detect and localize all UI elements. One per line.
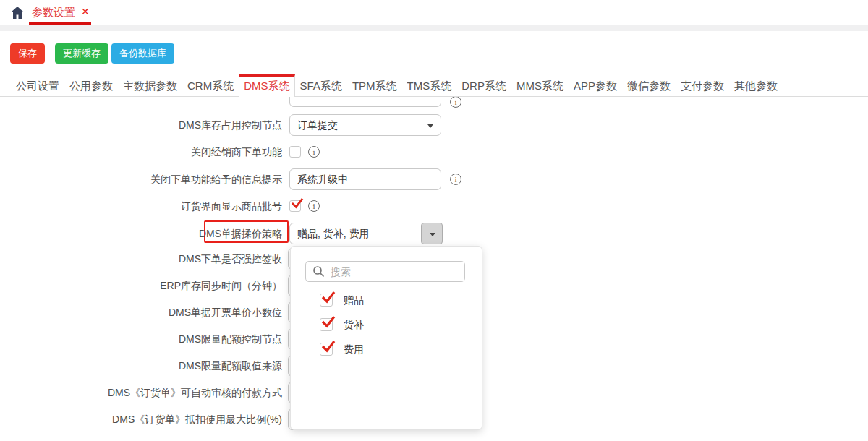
select-value: 订单提交 [297, 119, 338, 131]
multiselect-dropdown-panel: 赠品货补费用 [290, 246, 482, 430]
stock-occupy-node-select[interactable]: 订单提交 [289, 114, 441, 136]
tab-CRM系统[interactable]: CRM系统 [182, 74, 239, 96]
partial-input[interactable] [289, 97, 441, 107]
breadcrumb-tab-label[interactable]: 参数设置 [32, 6, 75, 20]
search-input[interactable] [305, 261, 465, 282]
field-label: DMS单据揉价策略 [7, 226, 282, 241]
dropdown-option[interactable]: 赠品 [291, 291, 482, 309]
search-icon [312, 265, 325, 278]
option-label[interactable]: 赠品 [344, 294, 364, 306]
check-icon [321, 291, 336, 304]
field-label: DMS《订货单》抵扣使用最大比例(%) [7, 412, 282, 427]
divider-strip [0, 25, 868, 31]
field-label: DMS限量配额控制节点 [7, 332, 282, 346]
dropdown-option[interactable]: 货补 [291, 315, 482, 334]
close-dealer-order-checkbox[interactable] [289, 146, 301, 158]
field-label: DMS《订货单》可自动审核的付款方式 [7, 385, 282, 400]
tab-主数据参数[interactable]: 主数据参数 [118, 74, 182, 96]
input-value: 系统升级中 [297, 174, 348, 185]
field-label: DMS库存占用控制节点 [7, 118, 282, 132]
multiselect-value: 赠品, 货补, 费用 [297, 228, 370, 239]
tab-公用参数[interactable]: 公用参数 [64, 74, 118, 96]
settings-tab-bar: 公司设置公用参数主数据参数CRM系统DMS系统SFA系统TPM系统TMS系统DR… [0, 74, 868, 97]
tab-微信参数[interactable]: 微信参数 [622, 74, 676, 96]
chevron-down-icon [430, 233, 435, 236]
chevron-down-icon [427, 124, 433, 128]
active-tab-underline [29, 22, 91, 25]
checkbox-checked[interactable] [320, 294, 333, 307]
home-icon[interactable] [10, 6, 25, 20]
tab-MMS系统[interactable]: MMS系统 [511, 74, 569, 96]
tab-DMS系统[interactable]: DMS系统 [239, 74, 294, 97]
option-label[interactable]: 货补 [344, 319, 364, 330]
tab-TMS系统[interactable]: TMS系统 [402, 74, 457, 96]
tab-公司设置[interactable]: 公司设置 [11, 74, 64, 96]
option-label[interactable]: 费用 [344, 343, 364, 355]
check-icon [291, 197, 304, 209]
field-label: ERP库存同步时间（分钟） [7, 278, 282, 293]
check-icon [321, 340, 336, 353]
field-label: 关闭下单功能给予的信息提示 [7, 172, 282, 187]
backup-database-button[interactable]: 备份数据库 [111, 43, 174, 64]
close-icon[interactable]: ✕ [81, 6, 90, 17]
close-order-message-input[interactable]: 系统升级中 [289, 168, 441, 190]
info-icon[interactable]: i [450, 97, 461, 108]
tab-其他参数[interactable]: 其他参数 [729, 74, 783, 96]
check-icon [321, 315, 336, 328]
info-icon[interactable]: i [450, 174, 461, 185]
dropdown-option[interactable]: 费用 [291, 340, 482, 359]
tab-SFA系统[interactable]: SFA系统 [295, 74, 347, 96]
field-label: 订货界面显示商品批号 [7, 199, 282, 213]
field-label: DMS下单是否强控签收 [7, 252, 282, 266]
field-label: DMS限量配额取值来源 [7, 359, 282, 373]
settings-form: i DMS库存占用控制节点 订单提交 关闭经销商下单功能 i 关闭下单功能给予的… [0, 97, 868, 441]
update-cache-button[interactable]: 更新缓存 [55, 43, 109, 64]
field-label: 关闭经销商下单功能 [7, 145, 282, 159]
breadcrumb-bar: 参数设置 ✕ [0, 0, 868, 25]
tab-支付参数[interactable]: 支付参数 [676, 74, 729, 96]
field-label: DMS单据开票单价小数位 [7, 305, 282, 320]
tab-DRP系统[interactable]: DRP系统 [456, 74, 511, 96]
save-button[interactable]: 保存 [10, 43, 45, 64]
info-icon[interactable]: i [308, 200, 320, 212]
tab-TPM系统[interactable]: TPM系统 [347, 74, 402, 96]
info-icon[interactable]: i [308, 146, 320, 158]
checkbox-checked[interactable] [320, 343, 333, 356]
multiselect-toggle-button[interactable] [421, 223, 443, 244]
checkbox-checked[interactable] [320, 318, 333, 331]
tab-APP参数[interactable]: APP参数 [569, 74, 622, 96]
price-strategy-multiselect[interactable]: 赠品, 货补, 费用 [289, 223, 443, 244]
show-batch-checkbox[interactable] [289, 200, 301, 212]
